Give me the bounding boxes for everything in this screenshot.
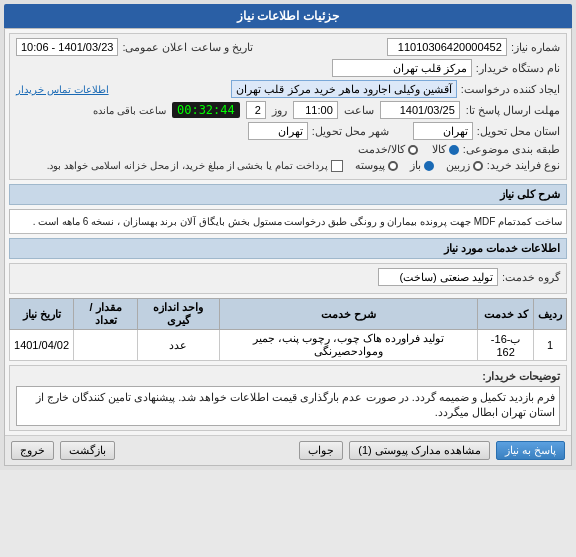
cell-date: 1401/04/02 [10, 330, 74, 361]
shomara-value: 11010306420000452 [387, 38, 507, 56]
page-header: جزئیات اطلاعات نیاز [4, 4, 572, 28]
khadamat-radio[interactable] [408, 145, 418, 155]
kala-radio-group: کالا [432, 143, 459, 156]
cell-description: تولید فراورده هاک چوب، رچوب پنب، جمیر وم… [219, 330, 478, 361]
bayout-radio[interactable] [424, 161, 434, 171]
estaan-label: استان محل تحویل: [477, 125, 560, 138]
group-label: گروه خدمت: [502, 271, 560, 284]
payment-label: پرداخت تمام یا بخشی از مبلغ خرید، از محل… [47, 160, 328, 171]
nam-label: نام دستگاه خریدار: [476, 62, 560, 75]
button-bar: پاسخ به نیاز مشاهده مدارک پیوستی (1) جوا… [5, 435, 571, 465]
timer-value: 00:32:44 [172, 102, 240, 118]
shomara-label: شماره نیاز: [511, 41, 560, 54]
mohlat-label: مهلت ارسال پاسخ تا: [466, 104, 560, 117]
bayout-label: باز [410, 159, 421, 172]
payandaz-label: پیوسته [355, 159, 385, 172]
nogh-label: نوع فرایند خرید: [487, 159, 560, 172]
khadamat-label: کالا/خدمت [358, 143, 405, 156]
cell-unit: عدد [138, 330, 220, 361]
col-radif: ردیف [534, 299, 567, 330]
col-desc: شرح خدمت [219, 299, 478, 330]
reply-button[interactable]: پاسخ به نیاز [496, 441, 565, 460]
col-unit: واحد اندازه گیری [138, 299, 220, 330]
needs-table: ردیف کد خدمت شرح خدمت واحد اندازه گیری م… [9, 298, 567, 361]
zarb-radio-group: زربین [446, 159, 483, 172]
header-title: جزئیات اطلاعات نیاز [237, 9, 339, 23]
timer-label: ساعت باقی مانده [93, 105, 166, 116]
group-value: تولید صنعتی (ساخت) [378, 268, 498, 286]
description-content: ساخت کمدتمام MDF جهت پرونده بیماران و رو… [14, 214, 562, 229]
bayout-radio-group: باز [410, 159, 434, 172]
notes-content: فرم بازدید تکمیل و ضمیمه گردد. در صورت ع… [16, 386, 560, 426]
nam-value: مرکز قلب تهران [332, 59, 472, 77]
kala-radio[interactable] [449, 145, 459, 155]
view-postal-button[interactable]: مشاهده مدارک پیوستی (1) [349, 441, 490, 460]
shahr-value: تهران [248, 122, 308, 140]
ijad-value: آقشین وکیلی اجارود ماهر خرید مرکز قلب ته… [231, 80, 456, 98]
mohlat-roz-value: 2 [246, 101, 266, 119]
shahr-label: شهر محل تحویل: [312, 125, 389, 138]
mohlat-date: 1401/03/25 [380, 101, 460, 119]
col-code: کد خدمت [478, 299, 534, 330]
zarb-radio[interactable] [473, 161, 483, 171]
payandaz-radio-group: پیوسته [355, 159, 398, 172]
tarikh-value: 1401/03/23 - 10:06 [16, 38, 118, 56]
ijad-label: ایجاد کننده درخواست: [461, 83, 560, 96]
col-date: تاریخ نیاز [10, 299, 74, 330]
kala-label: کالا [432, 143, 446, 156]
tabe-label: طبقه بندی موضوعی: [463, 143, 560, 156]
payment-check-row: پرداخت تمام یا بخشی از مبلغ خرید، از محل… [47, 160, 343, 172]
tarikh-label: تاریخ و ساعت اعلان عمومی: [122, 41, 252, 54]
mohlat-saat-value: 11:00 [293, 101, 338, 119]
info-link[interactable]: اطلاعات تماس خریدار [16, 84, 109, 95]
mohlat-roz-label: روز [272, 104, 287, 117]
cell-code: ب-16-162 [478, 330, 534, 361]
mohlat-saat-label: ساعت [344, 104, 374, 117]
notes-label: توضیحات خریدار: [482, 370, 560, 383]
exit-button[interactable]: خروج [11, 441, 54, 460]
search-button[interactable]: جواب [299, 441, 343, 460]
back-button[interactable]: بازگشت [60, 441, 115, 460]
table-row: 1ب-16-162تولید فراورده هاک چوب، رچوب پنب… [10, 330, 567, 361]
khadamat-radio-group: کالا/خدمت [358, 143, 418, 156]
estaan-value: تهران [413, 122, 473, 140]
cell-radif: 1 [534, 330, 567, 361]
cell-amount [74, 330, 138, 361]
description-title: شرح کلی نیاز [9, 184, 567, 205]
zarb-label: زربین [446, 159, 470, 172]
service-title: اطلاعات خدمات مورد نیاز [9, 238, 567, 259]
payandaz-radio[interactable] [388, 161, 398, 171]
payment-checkbox[interactable] [331, 160, 343, 172]
col-amount: مقدار / تعداد [74, 299, 138, 330]
